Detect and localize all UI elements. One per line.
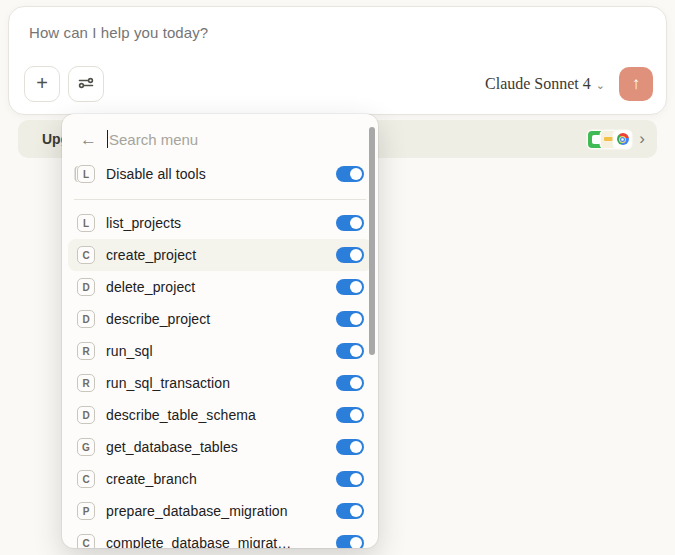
disable-all-tools-item[interactable]: L Disable all tools — [68, 158, 372, 190]
tool-badge: C — [77, 470, 95, 488]
tool-menu-item[interactable]: P prepare_database_migration — [68, 495, 372, 527]
tool-badge: R — [77, 342, 95, 360]
tool-badge: G — [77, 438, 95, 456]
tools-menu: ← L Disable all tools L list_projects C … — [62, 114, 378, 548]
tool-toggle[interactable] — [336, 311, 364, 327]
model-selector[interactable]: Claude Sonnet 4 ⌄ — [485, 75, 605, 93]
tool-menu-item[interactable]: C complete_database_migrat… — [68, 527, 372, 548]
tool-badge: D — [77, 310, 95, 328]
tool-menu-item[interactable]: R run_sql — [68, 335, 372, 367]
menu-search-input[interactable] — [109, 131, 362, 148]
chevron-right-icon[interactable]: › — [639, 130, 645, 147]
disable-all-toggle[interactable] — [336, 166, 364, 182]
chat-composer: + Claude Sonnet 4 ⌄ ↑ — [8, 6, 667, 115]
tool-toggle[interactable] — [336, 407, 364, 423]
search-field[interactable] — [107, 130, 362, 148]
tool-label: run_sql — [106, 343, 325, 359]
text-caret — [107, 130, 108, 148]
tool-menu-item[interactable]: D describe_table_schema — [68, 399, 372, 431]
tool-menu-item[interactable]: D delete_project — [68, 271, 372, 303]
tool-badge: L — [77, 214, 95, 232]
arrow-up-icon: ↑ — [632, 74, 641, 94]
tool-toggle[interactable] — [336, 247, 364, 263]
chat-input[interactable] — [29, 24, 620, 41]
tool-toggle[interactable] — [336, 503, 364, 519]
banner-right: › — [588, 131, 645, 148]
tool-toggle[interactable] — [336, 439, 364, 455]
tool-label: run_sql_transaction — [106, 375, 325, 391]
tool-menu-item[interactable]: R run_sql_transaction — [68, 367, 372, 399]
app-icon-stack — [588, 131, 631, 148]
sliders-icon — [77, 74, 95, 95]
composer-toolbar: + Claude Sonnet 4 ⌄ ↑ — [24, 66, 653, 102]
tool-label: list_projects — [106, 215, 325, 231]
tool-toggle[interactable] — [336, 343, 364, 359]
tool-badge: P — [77, 502, 95, 520]
disable-all-label: Disable all tools — [106, 166, 325, 182]
tool-toggle[interactable] — [336, 471, 364, 487]
tool-badge: C — [77, 246, 95, 264]
tools-button[interactable] — [68, 66, 104, 102]
tool-toggle[interactable] — [336, 279, 364, 295]
tool-label: create_branch — [106, 471, 325, 487]
app-window: + Claude Sonnet 4 ⌄ ↑ — [0, 0, 675, 555]
menu-divider — [74, 199, 366, 200]
send-button[interactable]: ↑ — [619, 67, 653, 101]
tool-menu-item[interactable]: C create_branch — [68, 463, 372, 495]
tool-label: prepare_database_migration — [106, 503, 325, 519]
tool-label: describe_table_schema — [106, 407, 325, 423]
chevron-down-icon: ⌄ — [596, 79, 605, 92]
plus-icon: + — [36, 73, 48, 93]
tool-badge: C — [77, 534, 95, 548]
tool-label: delete_project — [106, 279, 325, 295]
tool-label: describe_project — [106, 311, 325, 327]
tool-label: create_project — [106, 247, 325, 263]
tool-badge: L — [77, 165, 95, 183]
tool-badge: D — [77, 278, 95, 296]
tool-menu-item[interactable]: D describe_project — [68, 303, 372, 335]
tool-menu-item[interactable]: L list_projects — [68, 207, 372, 239]
tool-badge: R — [77, 374, 95, 392]
menu-search-row: ← — [62, 114, 378, 156]
tool-label: get_database_tables — [106, 439, 325, 455]
attach-button[interactable]: + — [24, 66, 60, 102]
tool-badge: D — [77, 406, 95, 424]
menu-scrollbar[interactable] — [369, 127, 375, 355]
model-name: Claude Sonnet 4 — [485, 75, 591, 93]
tool-toggle[interactable] — [336, 215, 364, 231]
tool-menu-item[interactable]: C create_project — [68, 239, 372, 271]
tools-list: L list_projects C create_project D delet… — [62, 207, 378, 548]
back-arrow-icon[interactable]: ← — [80, 131, 97, 148]
tool-toggle[interactable] — [336, 535, 364, 548]
tool-toggle[interactable] — [336, 375, 364, 391]
tool-label: complete_database_migrat… — [106, 535, 325, 548]
tool-menu-item[interactable]: G get_database_tables — [68, 431, 372, 463]
chrome-icon — [614, 131, 631, 148]
